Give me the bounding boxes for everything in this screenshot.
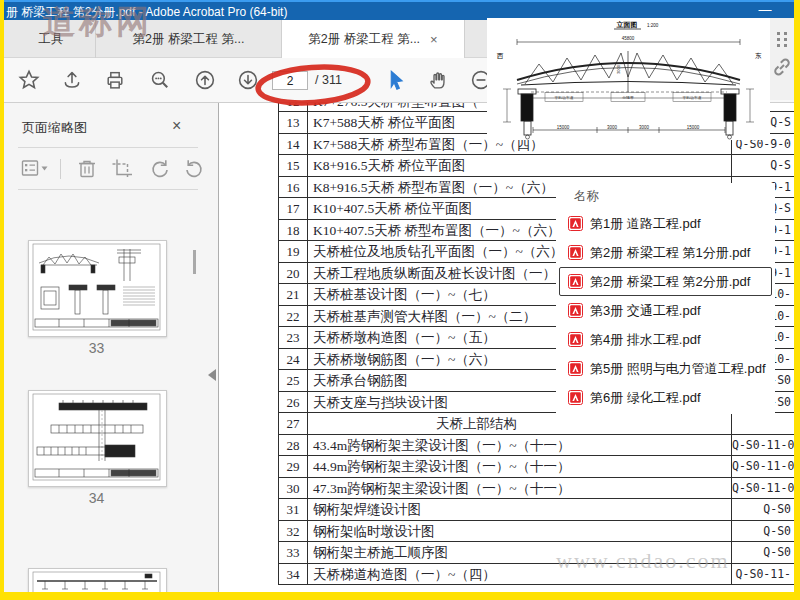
collapse-panel-arrow-icon[interactable] (208, 369, 216, 381)
star-icon[interactable] (18, 69, 40, 91)
file-list-item[interactable]: 第1册 道路工程.pdf (559, 209, 772, 238)
toc-row-title: 47.3m跨钢桁架主梁设计图（一）~（十一） (308, 478, 731, 499)
pdf-file-icon (568, 274, 583, 289)
toc-row-number: 29 (279, 456, 308, 477)
file-list-item[interactable]: 第2册 桥梁工程 第2分册.pdf (559, 267, 772, 296)
pdf-file-icon (568, 303, 583, 318)
toc-row-drawing-no: Q-S0-11-03 (731, 478, 794, 499)
trash-icon[interactable] (74, 157, 100, 181)
svg-text:3000: 3000 (616, 64, 621, 74)
thumbnail-page-33[interactable] (28, 240, 167, 337)
toc-row-number: 14 (279, 134, 308, 155)
thumbnail-page-35[interactable] (28, 568, 167, 592)
svg-text:45800: 45800 (622, 36, 635, 41)
select-tool-icon[interactable] (386, 69, 408, 91)
toc-row: 15 K8+916.5天桥 桥位平面图 Q-S (278, 155, 794, 177)
toc-row-number: 34 (279, 564, 308, 585)
toc-row-number: 32 (279, 521, 308, 542)
sidebar-scrollbar[interactable] (193, 250, 196, 274)
file-name: 第1册 道路工程.pdf (590, 215, 701, 233)
yellow-frame-left (0, 0, 4, 600)
watermark-top-left: 道称网 (42, 0, 153, 45)
toc-row-number: 31 (279, 499, 308, 520)
toc-row-title: K8+916.5天桥 桥位平面图 (308, 155, 731, 176)
tab-doc2-label: 第2册 桥梁工程 第... (308, 31, 420, 48)
file-list-item[interactable]: 第2册 桥梁工程 第1分册.pdf (559, 238, 772, 267)
pdf-file-icon (568, 390, 583, 405)
rotate-cw-icon[interactable] (182, 157, 208, 181)
toc-row: 30 47.3m跨钢桁架主梁设计图（一）~（十一） Q-S0-11-03 (278, 478, 794, 500)
watermark-bottom-right: www.cndao.com (556, 548, 730, 574)
svg-text:3000: 3000 (639, 125, 650, 130)
print-icon[interactable] (104, 69, 126, 91)
toc-row-title: 43.4m跨钢桁架主梁设计图（一）~（十一） (308, 435, 731, 456)
toc-row-number: 30 (279, 478, 308, 499)
pdf-file-icon (568, 216, 583, 231)
toc-row-number: 23 (279, 327, 308, 348)
hand-tool-icon[interactable] (427, 69, 449, 91)
toc-row-number: 20 (279, 263, 308, 284)
toc-row: 32 钢桁架临时墩设计图 Q-S0 (278, 521, 794, 543)
toc-row-title: 钢桁架临时墩设计图 (308, 521, 731, 542)
toc-row-number: 22 (279, 306, 308, 327)
toc-row-drawing-no: Q-S0 (731, 521, 794, 542)
file-list-item[interactable]: 第5册 照明与电力管道工程.pdf (559, 354, 772, 383)
toc-row-number: 26 (279, 392, 308, 413)
file-name: 第5册 照明与电力管道工程.pdf (590, 360, 766, 378)
toc-row-drawing-no: Q-S0-11-02 (731, 456, 794, 477)
svg-text:1:200: 1:200 (647, 23, 659, 28)
tab-close-icon[interactable]: × (430, 32, 438, 47)
toc-row: 27 天桥上部结构 (278, 413, 794, 435)
yellow-frame-right (794, 0, 800, 600)
toc-row-number: 16 (279, 177, 308, 198)
file-list-item[interactable]: 第6册 绿化工程.pdf (559, 383, 772, 412)
thumbnail-page-34[interactable] (28, 390, 167, 487)
share-icon[interactable] (61, 69, 83, 91)
divider (60, 159, 61, 179)
panel-close-icon[interactable]: × (172, 117, 181, 135)
svg-text:非机动车道: 非机动车道 (555, 95, 574, 100)
file-name: 第6册 绿化工程.pdf (590, 389, 701, 407)
file-list-header: 名称 (574, 188, 599, 205)
panel-title: 页面缩略图 (22, 119, 87, 137)
thumbnail-page-number: 34 (28, 490, 165, 506)
elevation-drawing-overlay: 立面图 1:200 45800 西 东 3000 非机动车道 分隔带 非机动车道… (487, 18, 770, 140)
right-tool-strip (770, 18, 794, 100)
toc-row-number: 19 (279, 241, 308, 262)
red-circle-annotation (254, 62, 372, 108)
file-name: 第4册 排水工程.pdf (590, 331, 701, 349)
file-list: 第1册 道路工程.pdf 第2册 桥梁工程 第1分册.pdf 第2册 桥梁工程 … (556, 209, 775, 412)
toc-row-title: 44.9m跨钢桁架主梁设计图（一）~（十一） (308, 456, 731, 477)
file-list-item[interactable]: 第3册 交通工程.pdf (559, 296, 772, 325)
link-tool-icon[interactable] (771, 56, 793, 78)
thumbnail-options-icon[interactable] (20, 157, 50, 181)
rotate-ccw-icon[interactable] (146, 157, 172, 181)
svg-text:15000: 15000 (557, 125, 570, 130)
toc-row-number: 17 (279, 198, 308, 219)
toc-row-number: 24 (279, 349, 308, 370)
crop-pages-icon[interactable] (110, 157, 136, 181)
page-up-icon[interactable] (194, 69, 216, 91)
toc-row: 29 44.9m跨钢桁架主梁设计图（一）~（十一） Q-S0-11-02 (278, 456, 794, 478)
tab-document-2-active[interactable]: 第2册 桥梁工程 第... × (281, 20, 465, 58)
search-icon[interactable] (149, 69, 171, 91)
toc-row-drawing-no: Q-S0 (731, 542, 794, 563)
pdf-file-icon (568, 245, 583, 260)
toc-row-number: 15 (279, 155, 308, 176)
toc-row-drawing-no: Q-S0 (731, 499, 794, 520)
toc-row-drawing-no: Q-S (731, 155, 794, 176)
file-list-item[interactable]: 第4册 排水工程.pdf (559, 325, 772, 354)
toc-row-drawing-no (731, 413, 794, 434)
toc-row: 31 钢桁架焊缝设计图 Q-S0 (278, 499, 794, 521)
pdf-file-icon (568, 332, 583, 347)
svg-text:立面图: 立面图 (616, 20, 638, 29)
toc-row-number: 18 (279, 220, 308, 241)
svg-text:非机动车道: 非机动车道 (683, 95, 702, 100)
toc-row-drawing-no: Q-S0-11- (731, 564, 794, 585)
svg-text:分隔带: 分隔带 (622, 95, 634, 100)
toc-row-title: 钢桁架焊缝设计图 (308, 499, 731, 520)
yellow-frame-bottom (0, 592, 800, 600)
svg-text:西: 西 (496, 52, 504, 59)
panel-grip-icon (777, 32, 787, 48)
toc-row-title: 天桥上部结构 (308, 413, 731, 434)
